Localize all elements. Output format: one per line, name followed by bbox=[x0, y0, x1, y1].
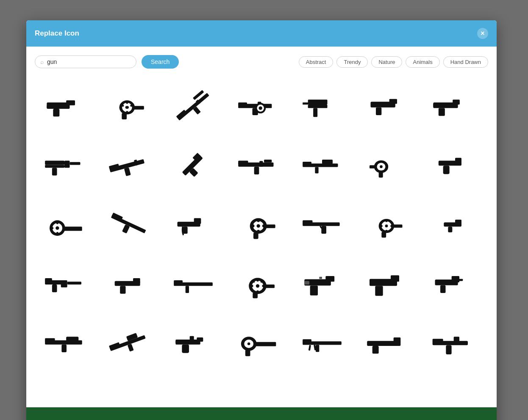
svg-rect-6 bbox=[122, 113, 127, 119]
svg-rect-114 bbox=[264, 285, 275, 288]
svg-rect-5 bbox=[132, 106, 144, 109]
svg-point-121 bbox=[262, 285, 264, 287]
search-input[interactable] bbox=[47, 58, 131, 65]
svg-rect-141 bbox=[72, 339, 75, 344]
svg-rect-92 bbox=[381, 232, 386, 238]
svg-point-85 bbox=[252, 224, 255, 227]
svg-rect-52 bbox=[264, 160, 272, 163]
gun-icon-18[interactable] bbox=[228, 196, 287, 255]
gun-icon-16[interactable] bbox=[99, 196, 158, 255]
filter-trendy[interactable]: Trendy bbox=[336, 56, 368, 68]
gun-icon-10[interactable] bbox=[164, 136, 223, 196]
filter-nature[interactable]: Nature bbox=[371, 56, 402, 68]
svg-rect-165 bbox=[433, 339, 443, 342]
svg-point-123 bbox=[261, 281, 263, 283]
gun-icon-2[interactable] bbox=[99, 77, 158, 136]
svg-point-83 bbox=[257, 219, 260, 222]
svg-rect-79 bbox=[264, 224, 275, 228]
search-button[interactable]: Search bbox=[142, 55, 179, 69]
svg-rect-77 bbox=[183, 227, 188, 234]
svg-rect-40 bbox=[52, 168, 57, 175]
gun-icon-34[interactable] bbox=[357, 314, 416, 373]
svg-rect-103 bbox=[45, 278, 52, 282]
svg-point-8 bbox=[125, 106, 129, 109]
search-icon: ⌕ bbox=[40, 58, 44, 65]
svg-rect-56 bbox=[322, 160, 333, 164]
gun-icon-33[interactable] bbox=[292, 314, 352, 373]
svg-rect-167 bbox=[454, 337, 459, 342]
gun-icon-21[interactable] bbox=[421, 196, 481, 255]
svg-rect-106 bbox=[52, 285, 57, 292]
svg-rect-108 bbox=[133, 278, 140, 283]
gun-icon-20[interactable] bbox=[357, 196, 416, 255]
svg-rect-13 bbox=[177, 93, 209, 120]
filter-hand-drawn[interactable]: Hand Drawn bbox=[443, 56, 488, 68]
gun-icon-22[interactable] bbox=[35, 255, 94, 314]
svg-point-68 bbox=[56, 227, 59, 230]
svg-rect-136 bbox=[459, 279, 463, 281]
gun-icon-27[interactable] bbox=[357, 255, 416, 314]
svg-rect-127 bbox=[304, 281, 309, 285]
gun-icon-13[interactable] bbox=[357, 136, 416, 196]
svg-rect-104 bbox=[61, 280, 67, 287]
gun-icon-17[interactable] bbox=[164, 196, 223, 255]
svg-rect-157 bbox=[303, 339, 311, 343]
gun-icon-31[interactable] bbox=[164, 314, 223, 373]
svg-rect-158 bbox=[316, 345, 319, 352]
gun-icon-7[interactable] bbox=[421, 77, 481, 136]
gun-icon-28[interactable] bbox=[421, 255, 481, 314]
gun-icon-14[interactable] bbox=[421, 136, 481, 196]
svg-point-71 bbox=[51, 227, 53, 229]
svg-point-119 bbox=[256, 290, 259, 293]
gun-icon-24[interactable] bbox=[164, 255, 223, 314]
gun-icon-11[interactable] bbox=[228, 136, 287, 196]
svg-point-98 bbox=[390, 225, 392, 227]
icons-area[interactable] bbox=[35, 77, 488, 407]
svg-rect-163 bbox=[372, 346, 379, 354]
svg-rect-43 bbox=[124, 167, 131, 176]
gun-icon-25[interactable] bbox=[228, 255, 287, 314]
gun-icon-9[interactable] bbox=[99, 136, 158, 196]
gun-icon-26[interactable] bbox=[292, 255, 352, 314]
svg-rect-25 bbox=[308, 99, 328, 105]
gun-icon-8[interactable] bbox=[35, 136, 94, 196]
gun-icon-4[interactable] bbox=[228, 77, 287, 136]
svg-rect-134 bbox=[452, 276, 459, 282]
filter-abstract[interactable]: Abstract bbox=[299, 56, 333, 68]
gun-icon-29[interactable] bbox=[35, 314, 94, 373]
svg-rect-115 bbox=[253, 293, 258, 298]
filter-tags: Abstract Trendy Nature Animals Hand Draw… bbox=[299, 56, 488, 68]
svg-rect-76 bbox=[194, 218, 201, 224]
svg-point-12 bbox=[130, 105, 132, 107]
gun-icon-5[interactable] bbox=[292, 77, 352, 136]
gun-icon-12[interactable] bbox=[292, 136, 352, 196]
gun-icon-30[interactable] bbox=[99, 314, 158, 373]
gun-icon-15[interactable] bbox=[35, 196, 94, 255]
svg-rect-54 bbox=[303, 162, 311, 165]
svg-rect-138 bbox=[45, 338, 55, 342]
svg-rect-1 bbox=[66, 100, 75, 105]
gun-icon-1[interactable] bbox=[35, 77, 94, 136]
gun-icon-23[interactable] bbox=[99, 255, 158, 314]
filter-animals[interactable]: Animals bbox=[406, 56, 439, 68]
svg-point-120 bbox=[251, 285, 253, 287]
close-button[interactable]: × bbox=[477, 28, 488, 39]
dialog-header: Replace Icon × bbox=[26, 20, 497, 47]
gun-icon-3[interactable] bbox=[164, 77, 223, 136]
svg-point-82 bbox=[257, 224, 260, 228]
svg-rect-36 bbox=[45, 161, 64, 165]
gun-icon-6[interactable] bbox=[357, 77, 416, 136]
gun-icon-35[interactable] bbox=[421, 314, 481, 373]
svg-rect-126 bbox=[310, 286, 318, 296]
svg-rect-51 bbox=[259, 161, 263, 166]
svg-point-86 bbox=[262, 224, 265, 227]
gun-icon-32[interactable] bbox=[228, 314, 287, 373]
svg-rect-64 bbox=[443, 166, 450, 174]
svg-point-155 bbox=[247, 343, 250, 345]
svg-rect-49 bbox=[238, 161, 248, 164]
gun-icon-19[interactable] bbox=[292, 196, 352, 255]
svg-point-94 bbox=[385, 224, 388, 227]
svg-point-61 bbox=[380, 165, 383, 168]
svg-point-24 bbox=[259, 106, 262, 110]
svg-rect-147 bbox=[197, 337, 203, 342]
